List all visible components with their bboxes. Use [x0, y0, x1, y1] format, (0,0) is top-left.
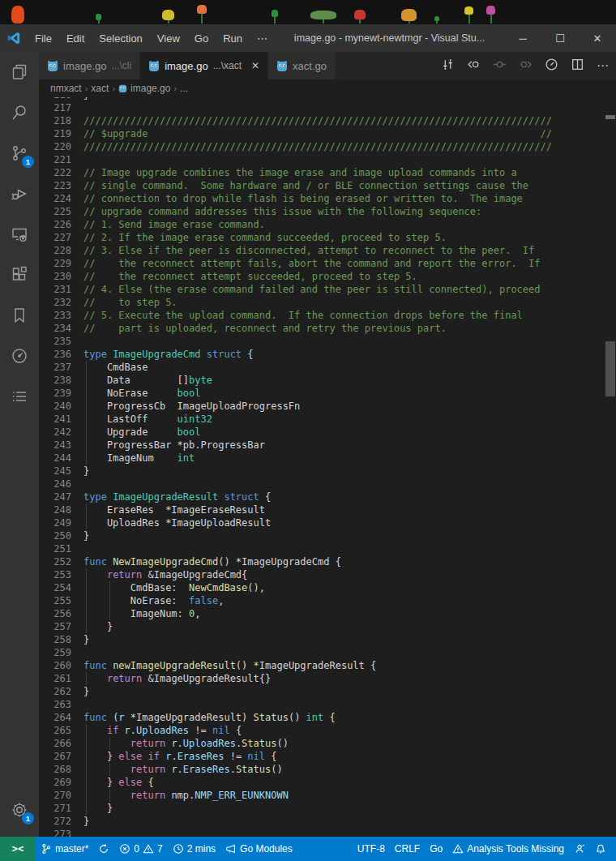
code-line[interactable]: 267 } else if r.EraseRes != nil {	[39, 750, 605, 763]
todo-list-icon[interactable]	[0, 376, 39, 417]
menu-item-[interactable]: ⋯	[250, 24, 275, 52]
code-line[interactable]: 263	[39, 698, 605, 711]
clock-icon[interactable]	[0, 336, 39, 376]
line-number[interactable]: 243	[39, 439, 71, 452]
code-line[interactable]: 241 LastOff uint32	[39, 413, 605, 426]
line-number[interactable]: 268	[39, 763, 71, 776]
line-number[interactable]: 227	[39, 231, 71, 244]
breadcrumb-item[interactable]: image.go	[130, 83, 170, 94]
extensions-icon[interactable]	[0, 255, 39, 295]
code-line[interactable]: 255 NoErase: false,	[39, 594, 605, 607]
eol-item[interactable]: CRLF	[390, 837, 425, 861]
code-line[interactable]: 226// 1. Send image erase command.	[39, 218, 605, 231]
code-line[interactable]: 273	[39, 828, 605, 837]
line-number[interactable]: 234	[39, 322, 71, 335]
code-line[interactable]: 249 UploadRes *ImageUploadResult	[39, 516, 605, 529]
code-line[interactable]: 221	[39, 153, 605, 166]
line-number[interactable]: 240	[39, 400, 71, 413]
line-number[interactable]: 262	[39, 685, 71, 698]
problems-item[interactable]: 0 7	[114, 837, 167, 861]
line-number[interactable]: 272	[39, 815, 71, 828]
sync-button[interactable]	[93, 837, 114, 861]
line-number[interactable]: 230	[39, 270, 71, 283]
line-number[interactable]: 217	[39, 101, 71, 114]
line-number[interactable]: 273	[39, 828, 71, 837]
code-line[interactable]: 229// the reconnect attempt fails, abort…	[39, 257, 605, 270]
line-number[interactable]: 251	[39, 542, 71, 555]
line-number[interactable]: 241	[39, 413, 71, 426]
menu-item-go[interactable]: Go	[187, 24, 216, 52]
code-line[interactable]: 233// 5. Execute the upload command. If …	[39, 309, 605, 322]
line-number[interactable]: 253	[39, 568, 71, 581]
code-line[interactable]: 250}	[39, 529, 605, 542]
code-line[interactable]: 270 return nmp.NMP_ERR_EUNKNOWN	[39, 789, 605, 802]
line-number[interactable]: 239	[39, 387, 71, 400]
code-line[interactable]: 222// Image upgrade combines the image e…	[39, 166, 605, 179]
line-number[interactable]: 254	[39, 581, 71, 594]
line-number[interactable]: 245	[39, 465, 71, 478]
code-line[interactable]: 261 return &ImageUpgradeResult{}	[39, 672, 605, 685]
explorer-icon[interactable]	[0, 52, 39, 92]
manage-gear-icon[interactable]: 1	[0, 790, 39, 830]
line-number[interactable]: 261	[39, 672, 71, 685]
maximize-button[interactable]: ☐	[541, 24, 579, 52]
line-number[interactable]: 246	[39, 478, 71, 490]
line-number[interactable]: 235	[39, 335, 71, 348]
code-line[interactable]: 240 ProgressCb ImageUploadProgressFn	[39, 400, 605, 413]
line-number[interactable]: 264	[39, 711, 71, 724]
go-modules-item[interactable]: Go Modules	[220, 837, 297, 861]
line-number[interactable]: 252	[39, 555, 71, 568]
line-number[interactable]: 228	[39, 244, 71, 257]
run-timer-icon[interactable]	[545, 58, 558, 75]
line-number[interactable]: 238	[39, 374, 71, 387]
line-number[interactable]: 219	[39, 127, 71, 140]
feedback-item[interactable]	[569, 837, 590, 861]
code-line[interactable]: 252func NewImageUpgradeCmd() *ImageUpgra…	[39, 555, 605, 568]
line-number[interactable]: 250	[39, 529, 71, 542]
navigate-back-icon[interactable]	[467, 58, 481, 75]
code-line[interactable]: 258}	[39, 633, 605, 646]
line-number[interactable]: 222	[39, 166, 71, 179]
code-line[interactable]: 220/////////////////////////////////////…	[39, 140, 605, 153]
line-number[interactable]: 218	[39, 114, 71, 127]
bookmarks-icon[interactable]	[0, 295, 39, 336]
code-line[interactable]: 248 EraseRes *ImageEraseResult	[39, 503, 605, 516]
line-number[interactable]: 220	[39, 140, 71, 153]
code-line[interactable]: 234// part is uploaded, reconnect and re…	[39, 322, 605, 335]
minimize-button[interactable]: ─	[504, 24, 541, 52]
remote-explorer-icon[interactable]	[0, 214, 39, 255]
line-number[interactable]: 232	[39, 296, 71, 309]
code-line[interactable]: 259	[39, 646, 605, 659]
line-number[interactable]: 244	[39, 452, 71, 465]
code-line[interactable]: 272}	[39, 815, 605, 828]
line-number[interactable]: 225	[39, 205, 71, 218]
line-number[interactable]: 266	[39, 737, 71, 750]
notifications-item[interactable]	[590, 837, 611, 861]
code-line[interactable]: 223// single command. Some hardware and …	[39, 179, 605, 192]
line-number[interactable]: 248	[39, 503, 71, 516]
code-line[interactable]: 238 Data []byte	[39, 374, 605, 387]
breadcrumb-item[interactable]: xact	[91, 83, 109, 94]
time-tracker-item[interactable]: 2 mins	[168, 837, 220, 861]
search-icon[interactable]	[0, 92, 39, 133]
code-line[interactable]: 225// upgrade command addresses this iss…	[39, 205, 605, 218]
line-number[interactable]: 263	[39, 698, 71, 711]
tab-image-go-xact[interactable]: image.go ...\xact ✕	[140, 52, 268, 79]
code-line[interactable]: 242 Upgrade bool	[39, 426, 605, 439]
encoding-item[interactable]: UTF-8	[353, 837, 390, 861]
open-changes-icon[interactable]	[441, 58, 455, 75]
menu-item-run[interactable]: Run	[216, 24, 250, 52]
code-line[interactable]: 256 ImageNum: 0,	[39, 607, 605, 620]
line-number[interactable]: 270	[39, 789, 71, 802]
language-item[interactable]: Go	[425, 837, 447, 861]
line-number[interactable]: 271	[39, 802, 71, 815]
code-line[interactable]: 266 return r.UploadRes.Status()	[39, 737, 605, 750]
code-line[interactable]: 239 NoErase bool	[39, 387, 605, 400]
code-line[interactable]: 236type ImageUpgradeCmd struct {	[39, 348, 605, 361]
menu-item-selection[interactable]: Selection	[92, 24, 149, 52]
line-number[interactable]: 255	[39, 594, 71, 607]
tab-image-go-cli[interactable]: image.go ...\cli	[39, 52, 140, 79]
line-number[interactable]: 229	[39, 257, 71, 270]
line-number[interactable]: 221	[39, 153, 71, 166]
editor-scrollbar[interactable]	[605, 97, 616, 837]
